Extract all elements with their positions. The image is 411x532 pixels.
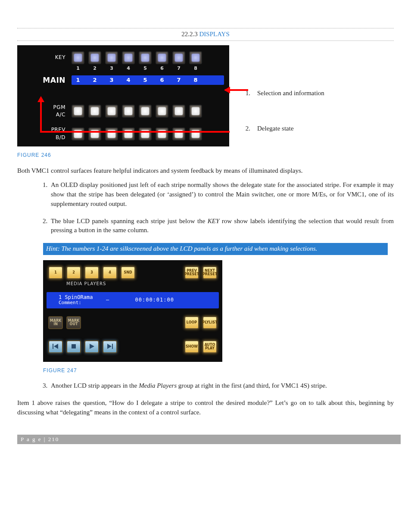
pgm-button[interactable] [189,105,202,118]
mp-row1-left-group: 1234SND [48,266,135,279]
mp-lcd-tc: 00:00:01:00 [135,296,174,304]
figure-246-callouts: 1. Selection and information 2. Delegate… [240,59,394,134]
prev-button[interactable] [88,128,101,140]
mp-button[interactable]: SND [121,266,135,279]
key-button[interactable] [139,51,152,64]
mp-button[interactable]: 1 [48,266,63,279]
silkscreen-numbers: 12345678 [72,65,202,72]
pgm-button[interactable] [156,105,168,118]
panel-figure-247: 1234SND MEDIA PLAYERS PREVPRESETNEXTPRES… [43,260,222,362]
silkscreen-number: 8 [189,65,202,72]
mp-lcd-dash: – [106,296,109,304]
playlist-button[interactable]: PLYLIST [202,316,217,329]
lcd-cell: 2 [88,75,101,85]
pgm-button[interactable] [88,105,101,118]
play-icon [88,343,95,351]
key-button[interactable] [189,51,202,64]
arrow-delegate-horizontal [40,131,230,133]
transport-group [48,340,117,353]
silkscreen-number: 6 [156,65,168,72]
silkscreen-number: 5 [139,65,152,72]
lcd-cell: 6 [156,75,168,85]
play-button[interactable] [84,340,99,353]
prev-button[interactable] [172,128,185,140]
key-button[interactable] [156,51,168,64]
arrow-delegate-vertical [40,102,42,132]
closing-paragraph: Item 1 above raises the question, “How d… [17,398,394,417]
skip-fwd-icon [106,343,113,351]
hint-box: Hint: The numbers 1-24 are silkscreened … [43,243,388,255]
key-button[interactable] [172,51,185,64]
prev-button[interactable] [72,128,84,140]
pgm-row: PGM A/C [22,104,224,119]
playlist-button[interactable]: LOOP [184,316,199,329]
pgm-button[interactable] [139,105,152,118]
media-players-label: MEDIA PLAYERS [66,281,106,287]
list-item-3: Another LCD strip appears in the Media P… [49,381,394,391]
silkscreen-row: 12345678 [22,65,224,72]
prev-label: PREV B/D [22,126,72,141]
svg-marker-4 [107,344,112,349]
key-button[interactable] [122,51,135,64]
section-header: 22.2.3 DISPLAYS [17,28,394,41]
prev-button[interactable] [189,128,202,140]
mp-row-1: 1234SND MEDIA PLAYERS PREVPRESETNEXTPRES… [48,266,217,279]
silkscreen-number: 7 [172,65,185,72]
playmode-button[interactable]: SHOW [184,340,199,353]
pgm-button[interactable] [122,105,135,118]
figure-247-caption: FIGURE 247 [43,367,394,374]
mark-button[interactable]: MARKOUT [66,316,81,329]
arrow-selection-line [225,89,248,91]
lcd-cell: 7 [172,75,185,85]
silkscreen-number: 4 [122,65,135,72]
section-title: DISPLAYS [199,31,229,37]
playmode-button[interactable]: AUTOPLAY [202,340,217,353]
page-footer: P a g e | 210 [17,435,401,445]
mp-button[interactable]: 2 [66,266,81,279]
skip-back-icon [52,343,59,351]
lcd-cell: 1 [72,75,84,85]
svg-rect-0 [53,344,53,349]
key-button[interactable] [88,51,101,64]
prev-button[interactable] [105,128,118,140]
mp-row4-right-group: SHOWAUTOPLAY [184,340,217,353]
preset-button[interactable]: NEXTPRESET [202,266,217,279]
skip-fwd-button[interactable] [103,340,117,353]
lcd-cell: 8 [189,75,202,85]
key-button-strip [72,51,202,64]
prev-button[interactable] [122,128,135,140]
skip-back-button[interactable] [48,340,63,353]
prev-button[interactable] [156,128,168,140]
pgm-button[interactable] [172,105,185,118]
key-button[interactable] [72,51,84,64]
silkscreen-number: 3 [105,65,118,72]
intro-paragraph: Both VMC1 control surfaces feature helpf… [17,166,394,176]
lcd-strip: 12345678 [72,75,224,85]
arrow-delegate-up-tip [37,96,44,102]
figure-246-row: KEY 12345678 MAIN 12345678 PGM A/C [17,45,394,147]
figure-246-caption: FIGURE 246 [17,152,394,159]
mp-row1-right-group: PREVPRESETNEXTPRESET [184,266,217,279]
preset-button[interactable]: PREVPRESET [184,266,199,279]
list-item-1: An OLED display positioned just left of … [49,180,394,208]
pgm-button[interactable] [105,105,118,118]
mp-row-4: SHOWAUTOPLAY [48,340,217,353]
mp-button[interactable]: 3 [84,266,99,279]
main-label: MAIN [22,72,72,88]
prev-button[interactable] [139,128,152,140]
key-label: KEY [22,54,72,61]
list-item-2: The blue LCD panels spanning each stripe… [49,217,394,236]
mp-row3-right-group: LOOPPLYLIST [184,316,217,329]
stop-button[interactable] [66,340,81,353]
key-row: KEY [22,50,224,65]
key-button[interactable] [105,51,118,64]
svg-rect-2 [72,344,76,348]
mp-lcd: 1 SpinORama Comment: – 00:00:01:00 [47,292,219,308]
prev-button-strip [72,128,202,140]
lcd-cell: 4 [122,75,135,85]
mp-button[interactable]: 4 [103,266,117,279]
pgm-button[interactable] [72,105,84,118]
lcd-cell: 3 [105,75,118,85]
mark-button[interactable]: MARKIN [48,316,63,329]
panel-figure-246: KEY 12345678 MAIN 12345678 PGM A/C [17,45,229,147]
